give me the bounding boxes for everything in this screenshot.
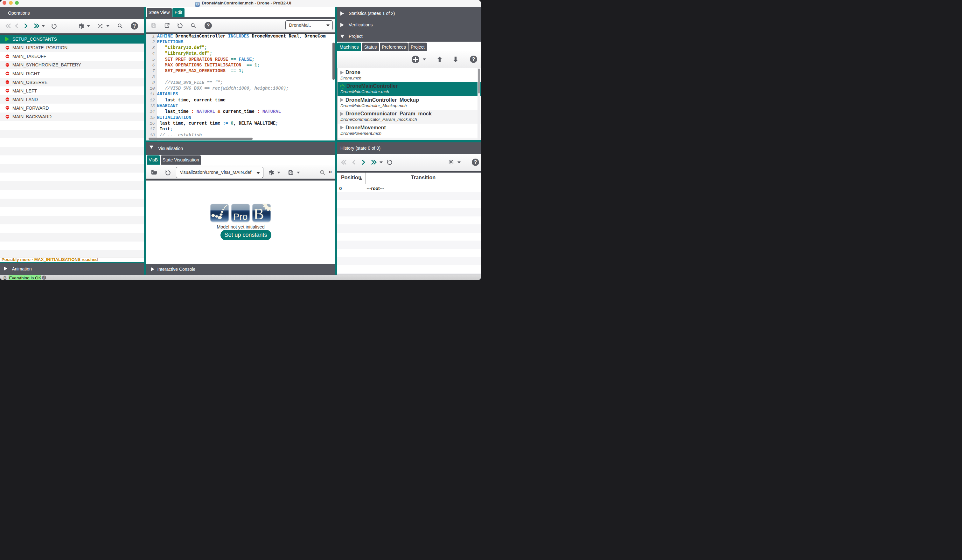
svg-text:B: B (253, 205, 264, 222)
